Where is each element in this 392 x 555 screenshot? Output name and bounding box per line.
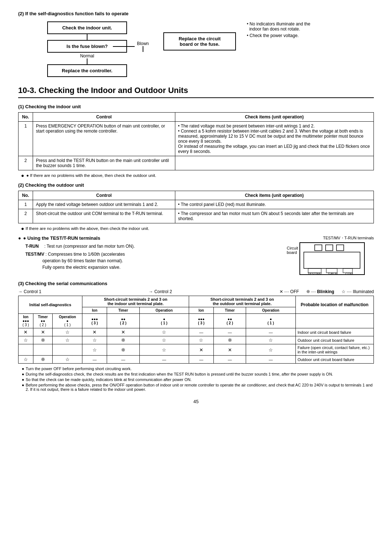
col-ctrl1-header: Short-circuit terminals 2 and 3 onthe in… bbox=[82, 296, 189, 307]
init-timer-header: Timer●●( 2 ) bbox=[33, 314, 52, 328]
init-op-header: Operation●( 1 ) bbox=[53, 314, 82, 328]
ctrl1-timer-sub: ●●( 2 ) bbox=[107, 314, 139, 328]
note-text-4: Before performing the above checks, pres… bbox=[26, 383, 374, 392]
table-row: ☆ ❊ ☆ — — — — — — Outdoor unit circuit b… bbox=[19, 356, 374, 364]
r1-c2-timer: — bbox=[214, 328, 246, 336]
bottom-note-2: ● During the self-diagnostics check, the… bbox=[22, 372, 374, 376]
r4-init-op: ☆ bbox=[53, 356, 82, 364]
r4-init-ion: ☆ bbox=[19, 356, 33, 364]
legend-blink: ❊ ···· Blinking bbox=[306, 289, 334, 294]
r1-c2-ion: — bbox=[189, 328, 213, 336]
r3-c2-ion: ✕ bbox=[189, 344, 213, 356]
bullet-icon-4: ● bbox=[22, 383, 24, 387]
trun-item-1: T-RUN : Test run (compressor and fan mot… bbox=[25, 243, 279, 250]
test-trun-items: T-RUN : Test run (compressor and fan mot… bbox=[18, 243, 279, 271]
page-number: 45 bbox=[18, 399, 374, 404]
blown-label: Blown bbox=[137, 41, 149, 46]
r2-c2-timer: ❊ bbox=[214, 336, 246, 344]
flowchart-section: (2) If the self-diagnostics function fai… bbox=[18, 11, 374, 77]
trun-item-2: TEST/MV : Compresses time to 1/60th (acc… bbox=[25, 251, 279, 271]
table-row: 2 Short-circuit the outdoor unit COM ter… bbox=[19, 209, 374, 223]
bottom-note-4: ● Before performing the above checks, pr… bbox=[22, 383, 374, 392]
ctrl1-op-header: Operation bbox=[139, 307, 189, 314]
circuit-board-label: Circuitboard bbox=[287, 246, 298, 255]
outdoor-col-no: No. bbox=[19, 191, 33, 200]
outdoor-check-title: (2) Checking the outdoor unit bbox=[18, 182, 374, 188]
col-prob-header: Probable location of malfunction bbox=[295, 296, 373, 314]
table-row: 2 Press and hold the TEST RUN button on … bbox=[19, 156, 374, 170]
r1-c1-timer: ✕ bbox=[107, 328, 139, 336]
note-text-3: So that the check can be made quickly, i… bbox=[26, 377, 192, 382]
r2-c1-timer: ❊ bbox=[107, 336, 139, 344]
flow-box-4-text: Replace the circuitboard or the fuse. bbox=[179, 36, 221, 47]
trun-label-1: T-RUN bbox=[25, 244, 39, 249]
indoor-col-control: Control bbox=[33, 113, 175, 122]
r4-prob: Outdoor unit circuit board failure bbox=[295, 356, 373, 364]
r2-c1-ion: ☆ bbox=[82, 336, 107, 344]
trun-desc-1: : Test run (compressor and fan motor tur… bbox=[40, 244, 135, 249]
legend-illum: ☆ ···· Illuminated bbox=[342, 289, 374, 294]
r3-c1-ion: ☆ bbox=[82, 344, 107, 356]
r1-init-op: ☆ bbox=[53, 328, 82, 336]
svg-rect-3 bbox=[304, 252, 360, 268]
normal-branch: Normal Replace the controller. bbox=[18, 53, 156, 77]
flowchart-left: Check the indoor unit. Is the fuse blown… bbox=[18, 21, 156, 77]
r4-c2-ion: — bbox=[189, 356, 213, 364]
bullet-icon-3: ● bbox=[22, 377, 24, 382]
indoor-check-section: (1) Checking the indoor unit No. Control… bbox=[18, 104, 374, 178]
r3-c2-op: ☆ bbox=[246, 344, 295, 356]
legend-off: ✕ ···· OFF bbox=[279, 289, 299, 294]
ctrl1-ion-header: Ion bbox=[82, 307, 107, 314]
outdoor-row1-control: Apply the rated voltage between outdoor … bbox=[33, 200, 175, 209]
ctrl2-op-sub: ●( 1 ) bbox=[246, 314, 295, 328]
ctrl1-ion-sub: ●●●( 3 ) bbox=[82, 314, 107, 328]
indoor-row1-no: 1 bbox=[19, 122, 33, 156]
bullet-icon: ● bbox=[21, 226, 24, 231]
right-note-1: • No indicators illuminate and the indoo… bbox=[247, 21, 310, 32]
table-row: ☆ ❊ ☆ ✕ ✕ ☆ Failure (open circuit, conta… bbox=[19, 344, 374, 356]
r1-c1-ion: ✕ bbox=[82, 328, 107, 336]
flow-box-4: Replace the circuitboard or the fuse. bbox=[163, 32, 236, 50]
r3-init-ion bbox=[19, 344, 33, 356]
outdoor-check-section: (2) Checking the outdoor unit No. Contro… bbox=[18, 182, 374, 231]
r1-c2-op: — bbox=[246, 328, 295, 336]
indoor-col-no: No. bbox=[19, 113, 33, 122]
bullet-filled-icon: ● bbox=[18, 235, 21, 241]
svg-text:COM: COM bbox=[346, 272, 353, 275]
circuit-layout: Circuitboard TEST/MV T-RUN COM bbox=[287, 242, 374, 275]
bottom-notes: ● Turn the power OFF before performing s… bbox=[18, 366, 374, 392]
r2-c2-ion: ☆ bbox=[189, 336, 213, 344]
test-trun-diagram: TEST/MV・T-RUN terminals Circuitboard TES… bbox=[287, 235, 374, 275]
bottom-note-1: ● Turn the power OFF before performing s… bbox=[22, 366, 374, 371]
indoor-check-title: (1) Checking the indoor unit bbox=[18, 104, 374, 109]
r2-prob: Outdoor unit circuit board failure bbox=[295, 336, 373, 344]
flow-box-1: Check the indoor unit. bbox=[47, 21, 127, 34]
ctrl2-timer-sub: ●●( 2 ) bbox=[214, 314, 246, 328]
indoor-row2-control: Press and hold the TEST RUN button on th… bbox=[33, 156, 175, 170]
flowchart-layout: Check the indoor unit. Is the fuse blown… bbox=[18, 21, 374, 77]
arrow-ctrl2: → Control 2 bbox=[149, 289, 172, 294]
r3-c2-timer: ✕ bbox=[214, 344, 246, 356]
r4-c2-timer: — bbox=[214, 356, 246, 364]
circuit-diagram-svg: TEST/MV T-RUN COM bbox=[299, 242, 365, 275]
indoor-row2-no: 2 bbox=[19, 156, 33, 170]
legend-row: → Control 1 → Control 2 ✕ ···· OFF ❊ ···… bbox=[18, 289, 374, 294]
svg-rect-2 bbox=[336, 245, 344, 251]
r3-c1-op: ☆ bbox=[139, 344, 189, 356]
blown-label-container: Blown bbox=[137, 41, 149, 52]
r2-c1-op: ☆ bbox=[139, 336, 189, 344]
prob-sub-header bbox=[295, 314, 373, 328]
section-title: 10-3. Checking the Indoor and Outdoor Un… bbox=[18, 86, 374, 98]
test-trun-title-text: ● Using the TEST/T-RUN terminals bbox=[23, 235, 100, 241]
flow-box-3: Replace the controller. bbox=[47, 64, 127, 77]
bullet-icon-1: ● bbox=[22, 366, 24, 371]
svg-rect-0 bbox=[315, 245, 322, 251]
ctrl1-timer-header: Timer bbox=[107, 307, 139, 314]
outdoor-row2-check: • The compressor and fan motor must turn… bbox=[175, 209, 373, 223]
outdoor-note-text: If there are no problems with the above,… bbox=[25, 226, 149, 231]
blown-vert bbox=[143, 46, 143, 52]
serial-comms-title: (3) Checking the serial communications bbox=[18, 281, 374, 286]
test-trun-text: ● ● Using the TEST/T-RUN terminals T-RUN… bbox=[18, 235, 279, 271]
table-row: 1 Press EMERGENCY OPERATION button of ma… bbox=[19, 122, 374, 156]
normal-label: Normal bbox=[80, 53, 94, 58]
